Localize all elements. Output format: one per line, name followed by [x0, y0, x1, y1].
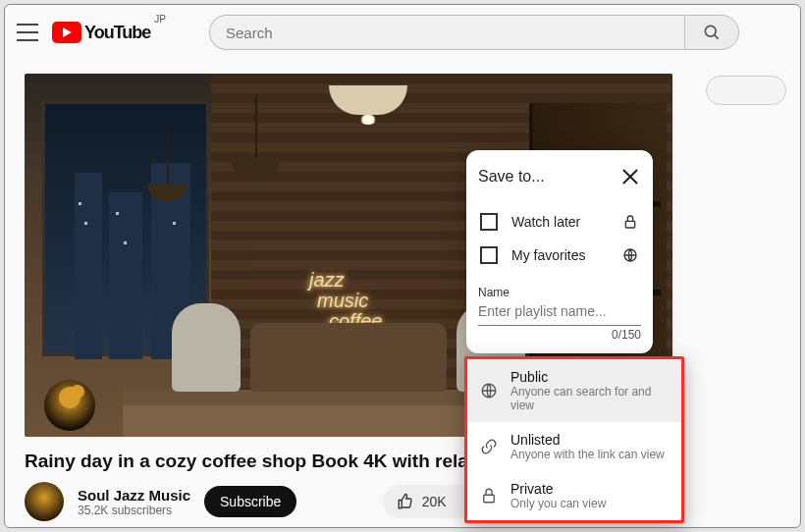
lock-icon [479, 486, 499, 505]
region-code: JP [154, 14, 166, 25]
globe-icon [621, 246, 639, 264]
youtube-logo[interactable]: YouTube JP [52, 22, 166, 43]
privacy-option-private[interactable]: Private Only you can view [467, 471, 681, 520]
channel-watermark[interactable] [44, 380, 95, 431]
svg-line-1 [715, 35, 719, 39]
search-bar [209, 15, 739, 50]
dialog-title: Save to... [478, 168, 545, 186]
link-icon [479, 437, 499, 456]
svg-rect-8 [484, 495, 495, 503]
option-title: Private [510, 481, 606, 497]
option-title: Unlisted [510, 432, 665, 448]
svg-point-0 [705, 26, 716, 36]
option-subtitle: Only you can view [510, 497, 606, 510]
checkbox[interactable] [480, 246, 498, 264]
sidebar-placeholder [706, 76, 786, 105]
channel-info[interactable]: Soul Jazz Music 35.2K subscribers [78, 487, 190, 517]
menu-icon[interactable] [17, 24, 38, 41]
like-count: 20K [422, 494, 447, 509]
lock-icon [621, 213, 639, 231]
close-icon[interactable] [619, 166, 641, 187]
privacy-dropdown: Public Anyone can search for and view Un… [464, 356, 684, 523]
topbar: YouTube JP [5, 5, 800, 60]
playlist-name-input[interactable] [478, 299, 641, 326]
like-button[interactable]: 20K [383, 485, 460, 518]
play-icon [52, 22, 81, 43]
channel-avatar[interactable] [25, 482, 64, 521]
playlist-label: Watch later [511, 214, 608, 230]
logo-text: YouTube [84, 23, 150, 43]
search-input[interactable] [209, 15, 684, 50]
svg-rect-5 [625, 221, 634, 228]
search-icon [702, 23, 722, 42]
char-counter: 0/150 [478, 328, 641, 342]
globe-icon [479, 381, 499, 400]
checkbox[interactable] [480, 213, 498, 231]
option-subtitle: Anyone can search for and view [510, 385, 670, 412]
privacy-option-unlisted[interactable]: Unlisted Anyone with the link can view [467, 422, 681, 471]
option-title: Public [510, 369, 670, 385]
channel-name: Soul Jazz Music [78, 487, 190, 504]
thumbs-up-icon [397, 493, 414, 510]
option-subtitle: Anyone with the link can view [510, 448, 665, 461]
playlist-label: My favorites [511, 247, 608, 263]
privacy-option-public[interactable]: Public Anyone can search for and view [467, 359, 681, 422]
subscriber-count: 35.2K subscribers [78, 504, 190, 517]
search-button[interactable] [684, 15, 739, 50]
name-field-label: Name [478, 286, 641, 299]
playlist-row[interactable]: My favorites [478, 239, 641, 272]
subscribe-button[interactable]: Subscribe [204, 486, 296, 517]
playlist-row[interactable]: Watch later [478, 205, 641, 239]
save-to-dialog: Save to... Watch later My favorites Name… [466, 150, 653, 353]
